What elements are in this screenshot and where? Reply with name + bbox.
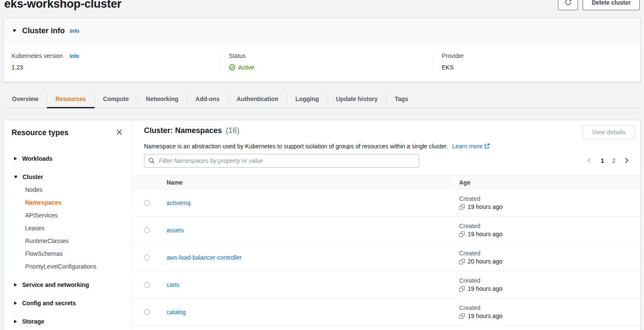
namespace-link[interactable]: assets — [167, 227, 184, 234]
table-row: activemq Created 19 hours ago — [132, 189, 640, 217]
search-icon — [148, 157, 155, 164]
age-value: 20 hours ago — [468, 258, 503, 265]
namespace-count: (16) — [226, 126, 239, 135]
collapse-caret-icon[interactable] — [13, 29, 16, 32]
age-value: 19 hours ago — [468, 285, 503, 292]
sidebar-close-button[interactable] — [115, 128, 124, 138]
pagination: 1 2 — [586, 157, 630, 165]
resource-tree: Workloads Cluster Nodes Namespaces APISe… — [4, 138, 132, 328]
cluster-tabs: Overview Resources Compute Networking Ad… — [3, 90, 641, 108]
tree-item-runtimeclasses[interactable]: RuntimeClasses — [14, 234, 132, 247]
tree-group-workloads[interactable]: Workloads — [14, 152, 132, 165]
namespace-link[interactable]: activemq — [167, 200, 190, 206]
namespaces-content: Cluster: Namespaces (16) View details Na… — [132, 120, 640, 330]
tab-update-history[interactable]: Update history — [328, 90, 386, 108]
tab-tags[interactable]: Tags — [386, 90, 417, 108]
resources-panel: Resource types Workloads Cluster Nodes N… — [3, 120, 641, 330]
age-value: 19 hours ago — [468, 203, 503, 210]
table-row: carts Created 19 hours ago — [132, 271, 640, 298]
provider-label: Provider — [442, 52, 632, 59]
tab-networking[interactable]: Networking — [138, 90, 187, 108]
tree-group-service-and-networking[interactable]: Service and networking — [14, 278, 132, 291]
table-heading: Cluster: Namespaces — [144, 126, 222, 135]
table-row: assets Created 19 hours ago — [132, 217, 640, 244]
created-label: Created — [459, 304, 640, 311]
refresh-button[interactable] — [558, 0, 578, 10]
pagination-page-1[interactable]: 1 — [601, 157, 604, 164]
copy-icon[interactable] — [459, 204, 465, 210]
copy-icon[interactable] — [459, 259, 465, 264]
copy-icon[interactable] — [459, 232, 465, 237]
chevron-left-icon — [586, 157, 592, 165]
cluster-info-info-link[interactable]: Info — [70, 28, 79, 34]
field-kubernetes-version: Kubernetes version Info 1.23 — [4, 52, 221, 71]
caret-down-icon — [14, 176, 17, 179]
tree-item-namespaces[interactable]: Namespaces — [14, 196, 132, 209]
tab-add-ons[interactable]: Add-ons — [187, 90, 228, 108]
namespace-link[interactable]: catalog — [167, 309, 186, 316]
close-icon — [116, 129, 123, 137]
tab-logging[interactable]: Logging — [287, 90, 328, 108]
created-label: Created — [459, 250, 640, 257]
row-radio-button[interactable] — [144, 282, 150, 288]
tree-item-apiservices[interactable]: APIServices — [14, 209, 132, 222]
row-radio-button[interactable] — [144, 255, 150, 261]
column-header-age: Age — [451, 179, 640, 186]
namespaces-table: Name Age activemq Created 19 hours ago a… — [132, 175, 640, 326]
caret-right-icon — [14, 283, 17, 287]
created-label: Created — [459, 223, 640, 229]
tree-group-cluster[interactable]: Cluster — [14, 171, 132, 183]
page-title: eks-workshop-cluster — [4, 0, 121, 11]
pagination-prev-button[interactable] — [586, 157, 592, 165]
kubernetes-version-info-link[interactable]: Info — [70, 53, 79, 59]
tree-item-flowschemas[interactable]: FlowSchemas — [14, 247, 132, 260]
refresh-icon — [564, 0, 572, 7]
pagination-next-button[interactable] — [624, 157, 630, 165]
cluster-info-title: Cluster info — [22, 26, 65, 35]
status-label: Status — [229, 52, 425, 59]
copy-icon[interactable] — [459, 313, 465, 319]
created-label: Created — [459, 195, 640, 202]
table-header: Name Age — [132, 175, 640, 189]
row-radio-button[interactable] — [144, 200, 150, 206]
tree-item-prioritylevelconfigurations[interactable]: PriorityLevelConfigurations — [14, 260, 132, 273]
tree-item-nodes[interactable]: Nodes — [14, 183, 132, 196]
created-label: Created — [459, 277, 640, 284]
namespace-link[interactable]: aws-load-balancer-controller — [167, 254, 242, 261]
namespace-link[interactable]: carts — [167, 281, 179, 288]
pagination-page-2[interactable]: 2 — [612, 157, 615, 164]
copy-icon[interactable] — [459, 286, 465, 292]
row-radio-button[interactable] — [144, 227, 150, 233]
kubernetes-version-label: Kubernetes version — [12, 52, 63, 59]
column-header-name: Name — [167, 179, 451, 186]
page-header: eks-workshop-cluster Delete cluster — [0, 0, 644, 18]
filter-input-box — [144, 154, 419, 168]
view-details-button[interactable]: View details — [583, 125, 635, 139]
header-actions: Delete cluster — [558, 0, 640, 10]
sidebar-title: Resource types — [12, 128, 69, 137]
age-value: 19 hours ago — [468, 313, 503, 319]
table-row: aws-load-balancer-controller Created 20 … — [132, 244, 640, 271]
tab-resources[interactable]: Resources — [47, 90, 95, 108]
field-status: Status Active — [221, 52, 433, 71]
table-row: catalog Created 19 hours ago — [132, 298, 640, 326]
provider-value: EKS — [442, 64, 632, 71]
filter-input[interactable] — [158, 157, 415, 165]
tree-group-storage[interactable]: Storage — [14, 315, 132, 328]
row-radio-button[interactable] — [144, 309, 150, 315]
cluster-info-header: Cluster info Info — [4, 18, 640, 44]
resource-types-sidebar: Resource types Workloads Cluster Nodes N… — [4, 120, 132, 330]
caret-right-icon — [14, 157, 17, 160]
caret-right-icon — [14, 301, 17, 305]
delete-cluster-button[interactable]: Delete cluster — [583, 0, 640, 10]
tab-authentication[interactable]: Authentication — [228, 90, 287, 108]
tab-compute[interactable]: Compute — [95, 90, 138, 108]
status-value: Active — [238, 64, 254, 71]
tree-item-leases[interactable]: Leases — [14, 222, 132, 234]
status-check-icon — [229, 64, 236, 71]
learn-more-link[interactable]: Learn more — [452, 143, 490, 150]
age-value: 19 hours ago — [468, 231, 503, 237]
tab-overview[interactable]: Overview — [3, 90, 47, 108]
tree-group-config-and-secrets[interactable]: Config and secrets — [14, 297, 132, 310]
cluster-info-panel: Cluster info Info Kubernetes version Inf… — [3, 18, 641, 82]
